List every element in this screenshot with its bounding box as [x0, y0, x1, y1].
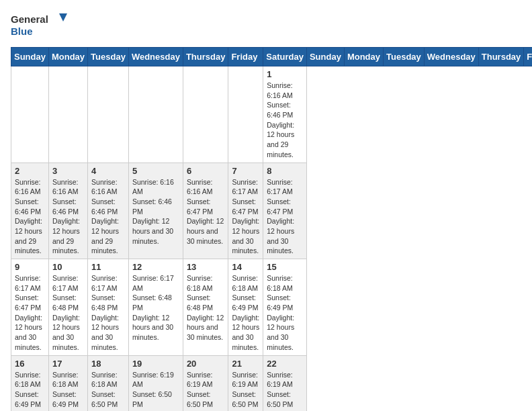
- day-number: 2: [15, 166, 45, 176]
- day-info: Sunrise: 6:16 AMSunset: 6:47 PMDaylight:…: [187, 177, 225, 246]
- calendar-week-row: 2Sunrise: 6:16 AMSunset: 6:46 PMDaylight…: [11, 163, 533, 259]
- calendar-cell: 3Sunrise: 6:16 AMSunset: 6:46 PMDaylight…: [48, 163, 87, 259]
- header-monday: Monday: [344, 48, 383, 66]
- calendar-cell: 4Sunrise: 6:16 AMSunset: 6:46 PMDaylight…: [88, 163, 129, 259]
- day-info: Sunrise: 6:18 AMSunset: 6:49 PMDaylight:…: [267, 273, 303, 353]
- calendar-cell: 19Sunrise: 6:19 AMSunset: 6:50 PMDayligh…: [128, 355, 183, 411]
- calendar-cell: 9Sunrise: 6:17 AMSunset: 6:47 PMDaylight…: [11, 259, 49, 356]
- day-number: 10: [52, 262, 84, 272]
- calendar-week-row: 9Sunrise: 6:17 AMSunset: 6:47 PMDaylight…: [11, 259, 533, 356]
- day-info: Sunrise: 6:18 AMSunset: 6:50 PMDaylight:…: [91, 370, 125, 412]
- header-monday: Monday: [48, 48, 87, 66]
- day-number: 22: [267, 359, 303, 369]
- day-number: 9: [15, 262, 45, 272]
- header-thursday: Thursday: [183, 48, 228, 66]
- calendar-cell: [48, 66, 87, 163]
- day-number: 5: [132, 166, 179, 176]
- day-number: 14: [232, 262, 259, 272]
- day-number: 13: [187, 262, 225, 272]
- header-sunday: Sunday: [306, 48, 344, 66]
- day-number: 11: [91, 262, 125, 272]
- calendar-cell: 18Sunrise: 6:18 AMSunset: 6:50 PMDayligh…: [88, 355, 129, 411]
- calendar-header-row: SundayMondayTuesdayWednesdayThursdayFrid…: [11, 48, 533, 66]
- day-info: Sunrise: 6:16 AMSunset: 6:46 PMDaylight:…: [267, 81, 303, 160]
- day-info: Sunrise: 6:17 AMSunset: 6:48 PMDaylight:…: [91, 273, 125, 353]
- day-info: Sunrise: 6:16 AMSunset: 6:46 PMDaylight:…: [52, 177, 84, 257]
- calendar-cell: [128, 66, 183, 163]
- header-wednesday: Wednesday: [128, 48, 183, 66]
- calendar-cell: 6Sunrise: 6:16 AMSunset: 6:47 PMDaylight…: [183, 163, 228, 259]
- calendar-week-row: 16Sunrise: 6:18 AMSunset: 6:49 PMDayligh…: [11, 355, 533, 411]
- day-number: 15: [267, 262, 303, 272]
- header-wednesday: Wednesday: [424, 48, 478, 66]
- header-thursday: Thursday: [478, 48, 524, 66]
- day-info: Sunrise: 6:18 AMSunset: 6:49 PMDaylight:…: [52, 370, 84, 412]
- day-info: Sunrise: 6:17 AMSunset: 6:48 PMDaylight:…: [132, 273, 179, 342]
- day-info: Sunrise: 6:18 AMSunset: 6:48 PMDaylight:…: [187, 273, 225, 342]
- calendar-cell: 12Sunrise: 6:17 AMSunset: 6:48 PMDayligh…: [128, 259, 183, 356]
- calendar-cell: 2Sunrise: 6:16 AMSunset: 6:46 PMDaylight…: [11, 163, 49, 259]
- calendar-cell: 21Sunrise: 6:19 AMSunset: 6:50 PMDayligh…: [228, 355, 263, 411]
- calendar-cell: 16Sunrise: 6:18 AMSunset: 6:49 PMDayligh…: [11, 355, 49, 411]
- calendar-cell: 20Sunrise: 6:19 AMSunset: 6:50 PMDayligh…: [183, 355, 228, 411]
- day-number: 21: [232, 359, 259, 369]
- day-number: 17: [52, 359, 84, 369]
- day-number: 7: [232, 166, 259, 176]
- day-info: Sunrise: 6:16 AMSunset: 6:46 PMDaylight:…: [15, 177, 45, 257]
- day-number: 6: [187, 166, 225, 176]
- day-number: 20: [187, 359, 225, 369]
- day-info: Sunrise: 6:19 AMSunset: 6:50 PMDaylight:…: [132, 370, 179, 412]
- svg-text:Blue: Blue: [11, 26, 33, 37]
- header-friday: Friday: [228, 48, 263, 66]
- calendar-cell: [228, 66, 263, 163]
- calendar-cell: 11Sunrise: 6:17 AMSunset: 6:48 PMDayligh…: [88, 259, 129, 356]
- day-info: Sunrise: 6:17 AMSunset: 6:47 PMDaylight:…: [15, 273, 45, 353]
- day-number: 12: [132, 262, 179, 272]
- day-info: Sunrise: 6:19 AMSunset: 6:50 PMDaylight:…: [232, 370, 259, 412]
- calendar-cell: [183, 66, 228, 163]
- calendar-week-row: 1Sunrise: 6:16 AMSunset: 6:46 PMDaylight…: [11, 66, 533, 163]
- calendar-cell: [11, 66, 49, 163]
- day-info: Sunrise: 6:18 AMSunset: 6:49 PMDaylight:…: [15, 370, 45, 412]
- calendar-cell: 14Sunrise: 6:18 AMSunset: 6:49 PMDayligh…: [228, 259, 263, 356]
- calendar-table: SundayMondayTuesdayWednesdayThursdayFrid…: [11, 47, 532, 411]
- calendar-cell: 8Sunrise: 6:17 AMSunset: 6:47 PMDaylight…: [263, 163, 307, 259]
- calendar-cell: 10Sunrise: 6:17 AMSunset: 6:48 PMDayligh…: [48, 259, 87, 356]
- day-info: Sunrise: 6:17 AMSunset: 6:47 PMDaylight:…: [232, 177, 259, 257]
- svg-text:General: General: [11, 13, 48, 25]
- header-tuesday: Tuesday: [384, 48, 425, 66]
- day-number: 16: [15, 359, 45, 369]
- day-number: 18: [91, 359, 125, 369]
- day-info: Sunrise: 6:17 AMSunset: 6:47 PMDaylight:…: [267, 177, 303, 257]
- logo: General Blue: [11, 11, 71, 39]
- calendar-cell: 7Sunrise: 6:17 AMSunset: 6:47 PMDaylight…: [228, 163, 263, 259]
- day-info: Sunrise: 6:19 AMSunset: 6:50 PMDaylight:…: [267, 370, 303, 412]
- calendar-cell: 17Sunrise: 6:18 AMSunset: 6:49 PMDayligh…: [48, 355, 87, 411]
- day-info: Sunrise: 6:16 AMSunset: 6:46 PMDaylight:…: [91, 177, 125, 257]
- day-info: Sunrise: 6:19 AMSunset: 6:50 PMDaylight:…: [187, 370, 225, 412]
- svg-marker-2: [59, 13, 67, 21]
- day-number: 4: [91, 166, 125, 176]
- calendar-cell: 22Sunrise: 6:19 AMSunset: 6:50 PMDayligh…: [263, 355, 307, 411]
- day-info: Sunrise: 6:18 AMSunset: 6:49 PMDaylight:…: [232, 273, 259, 353]
- calendar-cell: 15Sunrise: 6:18 AMSunset: 6:49 PMDayligh…: [263, 259, 307, 356]
- header-friday: Friday: [524, 48, 532, 66]
- day-info: Sunrise: 6:16 AMSunset: 6:46 PMDaylight:…: [132, 177, 179, 246]
- day-info: Sunrise: 6:17 AMSunset: 6:48 PMDaylight:…: [52, 273, 84, 353]
- day-number: 19: [132, 359, 179, 369]
- day-number: 1: [267, 69, 303, 79]
- header-saturday: Saturday: [263, 48, 307, 66]
- header-sunday: Sunday: [11, 48, 49, 66]
- day-number: 8: [267, 166, 303, 176]
- calendar-cell: 13Sunrise: 6:18 AMSunset: 6:48 PMDayligh…: [183, 259, 228, 356]
- logo-icon: General Blue: [11, 11, 71, 39]
- calendar-cell: 1Sunrise: 6:16 AMSunset: 6:46 PMDaylight…: [263, 66, 307, 163]
- calendar-cell: [88, 66, 129, 163]
- calendar-cell: 5Sunrise: 6:16 AMSunset: 6:46 PMDaylight…: [128, 163, 183, 259]
- day-number: 3: [52, 166, 84, 176]
- header-tuesday: Tuesday: [88, 48, 129, 66]
- page-header: General Blue: [11, 11, 521, 39]
